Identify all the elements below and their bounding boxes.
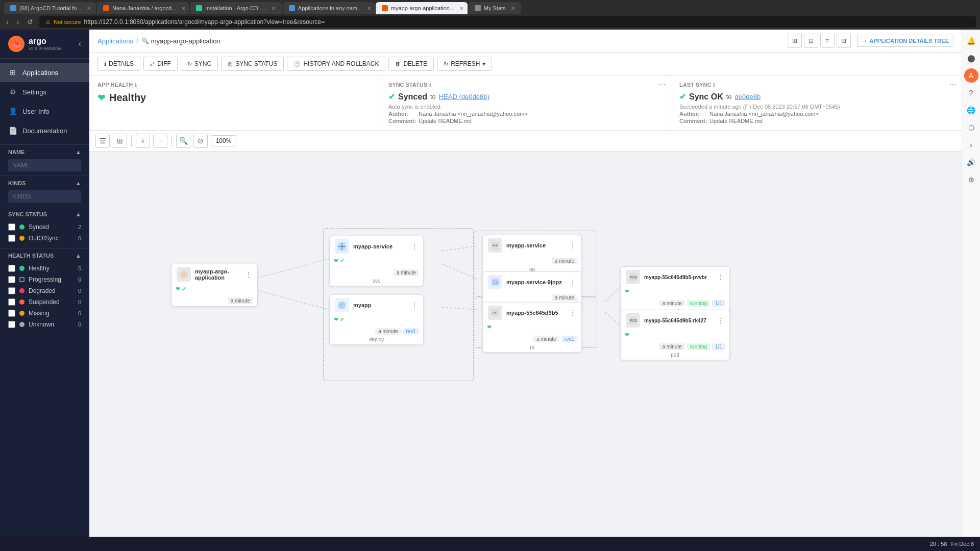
forward-button[interactable]: › (15, 17, 21, 27)
last-sync-menu[interactable]: ⋯ (949, 81, 957, 89)
health-checkbox-unknown[interactable] (8, 321, 15, 328)
node-svc[interactable]: myapp-service ⋮ ❤ ✔ a minute svc (329, 236, 424, 286)
sync-filter-synced[interactable]: Synced 2 (8, 221, 81, 233)
address-bar[interactable]: ⚠ Not secure https://127.0.0.1:8080/appl… (39, 16, 976, 28)
right-panel-argo-icon[interactable]: A (964, 68, 978, 83)
list-view-btn[interactable]: ☰ (95, 134, 110, 148)
health-checkbox-missing[interactable] (8, 310, 15, 317)
sync-button[interactable]: ↻ SYNC (181, 57, 218, 71)
right-panel-edge-icon[interactable]: 🌐 (964, 103, 978, 117)
tab-3[interactable]: Installation - Argo CD -... ✕ (190, 2, 282, 14)
health-checkbox-healthy[interactable] (8, 265, 15, 272)
right-panel-circle-icon[interactable]: ⬤ (964, 51, 978, 65)
zoom-out-btn[interactable]: − (153, 134, 167, 148)
node-ep-footer: a minute (483, 256, 581, 266)
sync-checkbox-outofsync[interactable] (8, 235, 15, 242)
reload-button[interactable]: ↺ (25, 17, 35, 27)
sync-status-menu[interactable]: ⋯ (658, 81, 666, 89)
right-panel-vs-icon[interactable]: ⬡ (964, 120, 978, 135)
list-view-icon[interactable]: ≡ (820, 34, 835, 48)
sync-status-info-icon[interactable]: ℹ (429, 82, 431, 88)
health-checkbox-progressing[interactable] (8, 276, 15, 283)
right-panel-volume-icon[interactable]: 🔊 (964, 155, 978, 169)
node-svc-menu[interactable]: ⋮ (411, 242, 418, 251)
kinds-filter-header[interactable]: KINDS ▲ (8, 180, 81, 186)
tab-close-4[interactable]: ✕ (367, 6, 371, 11)
refresh-button[interactable]: ↻ REFRESH ▾ (437, 57, 492, 71)
right-panel-question-icon[interactable]: ? (964, 86, 978, 100)
kinds-filter-input[interactable] (8, 190, 81, 203)
node-rs-menu[interactable]: ⋮ (569, 309, 576, 317)
sync-status-button[interactable]: ◎ SYNC STATUS (221, 57, 284, 71)
last-sync-info-icon[interactable]: ℹ (713, 82, 715, 88)
details-button[interactable]: ℹ DETAILS (97, 57, 140, 71)
node-deploy[interactable]: ↑ myapp ⋮ ❤ ✔ a minute rev1 deploy (329, 294, 424, 345)
tab-close-5[interactable]: ✕ (459, 6, 463, 11)
table-view-icon[interactable]: ⊟ (837, 34, 851, 48)
last-sync-author-value: Nana Janashia <nn_janashia@yahoo.com> (709, 111, 819, 117)
node-ep[interactable]: myapp-service ⋮ a minute ep (482, 235, 582, 274)
health-filter-progressing[interactable]: Progressing 0 (8, 274, 81, 285)
node-pod1-name: myapp-55c645d9b5-pvvbr (644, 274, 713, 280)
history-rollback-button[interactable]: 🕐 HISTORY AND ROLLBACK (287, 57, 385, 71)
name-filter-chevron: ▲ (76, 149, 81, 155)
health-filter-suspended[interactable]: Suspended 0 (8, 296, 81, 308)
grid-view-btn[interactable]: ⊞ (113, 134, 127, 148)
search-btn[interactable]: 🔍 (176, 134, 190, 148)
name-filter-header[interactable]: NAME ▲ (8, 149, 81, 155)
right-panel-bell-icon[interactable]: 🔔 (964, 34, 978, 48)
sidebar-item-documentation[interactable]: 📄 Documentation (0, 121, 89, 140)
delete-button[interactable]: 🗑 DELETE (388, 57, 434, 71)
health-checkbox-suspended[interactable] (8, 298, 15, 306)
app-health-info-icon[interactable]: ℹ (135, 82, 137, 88)
tab-close-6[interactable]: ✕ (511, 6, 515, 11)
health-filter-unknown[interactable]: Unknown 0 (8, 319, 81, 330)
back-button[interactable]: ‹ (4, 17, 11, 27)
logout-button[interactable]: → APPLICATION DETAILS TREE (857, 35, 953, 47)
health-filter-degraded[interactable]: Degraded 0 (8, 285, 81, 296)
last-sync-commit-link[interactable]: de0de8b (735, 93, 761, 101)
health-checkbox-degraded[interactable] (8, 287, 15, 294)
sidebar-back-icon[interactable]: ‹ (79, 39, 81, 48)
sync-filter-outofsync[interactable]: OutOfSync 0 (8, 233, 81, 244)
svg-line-6 (605, 312, 620, 325)
tab-close-2[interactable]: ✕ (181, 6, 185, 11)
sync-branch-link[interactable]: HEAD (de0de8b) (439, 93, 489, 101)
tree-area[interactable]: ⚡ myapp-argo-application ⋮ ❤ ✔ a minute (89, 152, 962, 537)
diff-button[interactable]: ⇄ DIFF (143, 57, 178, 71)
sidebar-item-settings[interactable]: ⚙ Settings (0, 82, 89, 102)
tab-4[interactable]: Applications in any nam... ✕ (283, 2, 375, 14)
breadcrumb-applications-link[interactable]: Applications (97, 37, 133, 45)
health-filter-healthy[interactable]: Healthy 5 (8, 263, 81, 274)
name-filter-input[interactable] (8, 159, 81, 171)
app-health-status: ❤ Healthy (97, 92, 372, 104)
tab-1[interactable]: (68) ArgoCD Tutorial fo... ✕ (4, 2, 96, 14)
tab-close-3[interactable]: ✕ (272, 6, 276, 11)
sync-status-filter-header[interactable]: SYNC STATUS ▲ (8, 211, 81, 217)
tab-close-1[interactable]: ✕ (87, 6, 91, 11)
sync-checkbox-synced[interactable] (8, 223, 15, 231)
node-app-menu[interactable]: ⋮ (245, 270, 252, 279)
sidebar-item-user-label: User Info (22, 108, 50, 115)
tab-5[interactable]: myapp-argo-application... ✕ (376, 2, 468, 14)
right-panel-chevron-icon[interactable]: › (964, 138, 978, 152)
node-pod2-menu[interactable]: ⋮ (717, 316, 724, 324)
node-app[interactable]: ⚡ myapp-argo-application ⋮ ❤ ✔ a minute (171, 264, 258, 307)
node-pod1-menu[interactable]: ⋮ (717, 273, 724, 281)
node-ep-menu[interactable]: ⋮ (569, 241, 576, 249)
zoom-in-btn[interactable]: + (136, 134, 150, 148)
tab-2[interactable]: Nana Janashia / argocd... ✕ (97, 2, 189, 14)
node-deploy-menu[interactable]: ⋮ (411, 301, 418, 309)
network-view-icon[interactable]: ⊡ (804, 34, 818, 48)
right-panel-expand-icon[interactable]: ⊕ (964, 172, 978, 187)
sidebar-item-user-info[interactable]: 👤 User Info (0, 102, 89, 121)
tab-6[interactable]: My Stats ✕ (469, 2, 521, 14)
sidebar-item-applications[interactable]: ⊞ Applications (0, 63, 89, 82)
node-rs[interactable]: RS myapp-55c645d9b5 ⋮ ❤ a minute rev1 rs (482, 302, 582, 353)
zoom-fit-btn[interactable]: ⊙ (193, 134, 208, 148)
health-status-filter-header[interactable]: HEALTH STATUS ▲ (8, 253, 81, 259)
tree-view-icon[interactable]: ⊞ (788, 34, 802, 48)
node-pod2[interactable]: POD myapp-55c645d9b5-rk427 ⋮ ❤ a minute … (620, 310, 730, 360)
health-filter-missing[interactable]: Missing 0 (8, 308, 81, 319)
node-endpointslice-menu[interactable]: ⋮ (569, 278, 576, 286)
